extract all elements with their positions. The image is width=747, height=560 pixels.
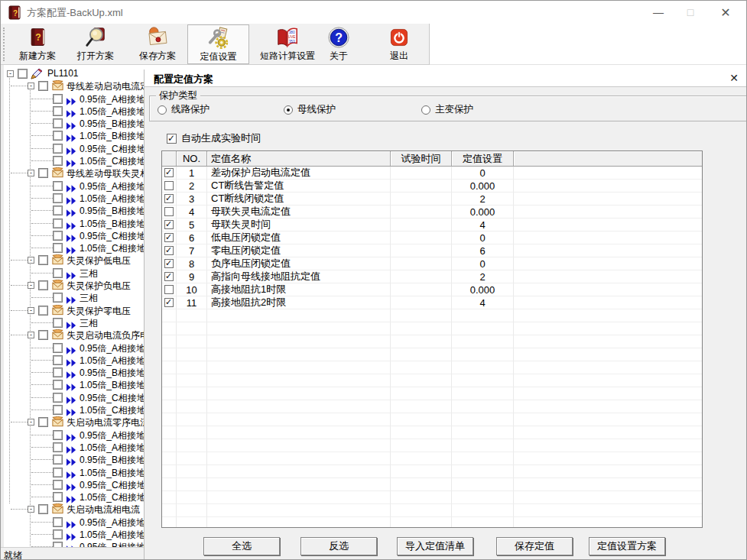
radio-icon[interactable] — [421, 105, 430, 115]
tree-node[interactable]: 1.05倍_A相接地 — [5, 105, 144, 117]
tree-checkbox[interactable] — [18, 69, 28, 79]
protection-type-radio[interactable]: 线路保护 — [158, 103, 209, 116]
row-checkbox[interactable] — [164, 220, 174, 229]
tree-node[interactable]: 1.05倍_C相接地 — [5, 154, 144, 167]
tree-checkbox[interactable] — [53, 367, 63, 377]
tree-checkbox[interactable] — [53, 405, 63, 415]
tree-checkbox[interactable] — [53, 181, 63, 191]
tree-node[interactable]: 0.95倍_C相接地 — [5, 391, 144, 403]
dialog-button-5[interactable]: 定值设置方案 — [589, 537, 665, 555]
tree-checkbox[interactable] — [38, 504, 48, 514]
tree-node[interactable]: 三相 — [5, 316, 144, 329]
tree-expander-icon[interactable]: - — [28, 282, 34, 289]
protection-type-radio[interactable]: 母线保护 — [284, 103, 336, 116]
tree-node[interactable]: - 失灵启动电流负序电 — [5, 329, 144, 341]
tree-checkbox[interactable] — [53, 480, 63, 490]
tree-checkbox[interactable] — [53, 542, 63, 547]
checkbox-box[interactable] — [167, 134, 177, 144]
tree-node[interactable]: - 母线差动母联失灵相 — [5, 167, 144, 179]
tree-node-label[interactable]: PL1101 — [47, 68, 78, 79]
tree-node[interactable]: 1.05倍_A相接地 — [5, 528, 144, 540]
radio-icon[interactable] — [158, 105, 167, 115]
tree-checkbox[interactable] — [38, 280, 48, 290]
tree-node[interactable]: 1.05倍_C相接地 — [5, 403, 144, 416]
row-checkbox[interactable] — [164, 259, 174, 268]
tree-node[interactable]: - 失灵保护低电压 — [5, 254, 144, 266]
toolbar-button-3[interactable]: 保存方案 — [129, 24, 186, 64]
header-name[interactable]: 定值名称 — [207, 151, 391, 166]
tree-node[interactable]: - 失启动电流相电流 — [5, 503, 144, 515]
table-row[interactable]: 8 负序电压闭锁定值 0 — [162, 257, 702, 270]
tree-checkbox[interactable] — [53, 517, 63, 527]
tree-node[interactable]: 0.95倍_C相接地 — [5, 478, 144, 490]
tree-expander-icon[interactable]: - — [28, 257, 34, 264]
tree-node[interactable]: 0.95倍_C相接地 — [5, 142, 144, 154]
tree-node[interactable]: 1.05倍_C相接地 — [5, 490, 144, 503]
row-checkbox[interactable] — [164, 298, 174, 307]
tree-checkbox[interactable] — [53, 94, 63, 104]
tree-node[interactable]: 0.95倍_A相接地 — [5, 342, 144, 354]
tree-checkbox[interactable] — [53, 318, 63, 328]
tree-checkbox[interactable] — [38, 417, 48, 427]
tree-node[interactable]: 1.05倍_B相接地 — [5, 217, 144, 229]
tree-node[interactable]: 1.05倍_B相接地 — [5, 378, 144, 390]
table-row[interactable]: 4 母联失灵电流定值 0.000 — [162, 206, 702, 218]
tree-node[interactable]: 0.95倍_B相接地 — [5, 117, 144, 129]
tree-checkbox[interactable] — [53, 106, 63, 116]
tree-node[interactable]: - PL1101 — [5, 67, 144, 79]
dialog-button-3[interactable]: 导入定值清单 — [397, 537, 473, 555]
dialog-button-2[interactable]: 反选 — [300, 537, 377, 555]
row-checkbox[interactable] — [164, 181, 174, 190]
tree-node[interactable]: 0.95倍_A相接地 — [5, 429, 144, 441]
tree-node[interactable]: 1.05倍_A相接地 — [5, 354, 144, 366]
tree-node[interactable]: 0.95倍_C相接地 — [5, 229, 144, 241]
tree-node[interactable]: 0.95倍_B相接地 — [5, 366, 144, 378]
toolbar-button-5[interactable]: 380UVE353 短路计算设置 — [251, 24, 324, 64]
tree-node[interactable]: 0.95倍_A相接地 — [5, 180, 144, 192]
tree-checkbox[interactable] — [53, 206, 63, 215]
tree-expander-icon[interactable]: - — [28, 83, 34, 89]
tree-checkbox[interactable] — [53, 193, 63, 203]
tree-checkbox[interactable] — [53, 156, 63, 166]
maximize-button[interactable]: □ — [674, 1, 706, 24]
table-row[interactable]: 7 零电压闭锁定值 6 — [162, 244, 702, 257]
header-time[interactable]: 试验时间 — [391, 151, 452, 166]
table-row[interactable]: 2 CT断线告警定值 0.000 — [162, 180, 702, 193]
tree-checkbox[interactable] — [53, 529, 63, 539]
radio-icon[interactable] — [284, 105, 293, 115]
tree-checkbox[interactable] — [53, 144, 63, 154]
tree-node[interactable]: - 失灵保护零电压 — [5, 304, 144, 316]
row-checkbox[interactable] — [164, 207, 174, 216]
protection-type-radio[interactable]: 主变保护 — [421, 103, 473, 116]
tree-expander-icon[interactable]: - — [7, 70, 14, 77]
tree-node[interactable]: 三相 — [5, 267, 144, 279]
tree-checkbox[interactable] — [38, 168, 48, 178]
table-row[interactable]: 11 高接地阻抗2时限 4 — [162, 296, 702, 309]
tree-checkbox[interactable] — [53, 268, 63, 278]
toolbar-gripper[interactable] — [3, 28, 5, 61]
tree-checkbox[interactable] — [53, 468, 63, 477]
auto-generate-time-checkbox[interactable]: 自动生成实验时间 — [167, 131, 261, 145]
tree-checkbox[interactable] — [53, 131, 63, 141]
tree-node[interactable]: 1.05倍_B相接地 — [5, 466, 144, 478]
row-checkbox[interactable] — [164, 272, 174, 281]
tree-checkbox[interactable] — [53, 355, 63, 365]
row-checkbox[interactable] — [164, 246, 174, 255]
tree-expander-icon[interactable]: - — [28, 170, 34, 176]
table-row[interactable]: 6 低电压闭锁定值 0 — [162, 231, 702, 244]
tree-node[interactable]: 1.05倍_B相接地 — [5, 129, 144, 141]
tree-expander-icon[interactable]: - — [28, 419, 34, 426]
tree-node[interactable]: 0.95倍_B相接地 — [5, 204, 144, 216]
toolbar-button-1[interactable]: ? 新建方案 — [10, 24, 65, 64]
tree-expander-icon[interactable]: - — [28, 332, 34, 338]
tree-checkbox[interactable] — [53, 492, 63, 502]
tree-checkbox[interactable] — [53, 231, 63, 241]
row-checkbox[interactable] — [164, 233, 174, 242]
tree-checkbox[interactable] — [53, 442, 63, 452]
tree-node[interactable]: 1.05倍_A相接地 — [5, 441, 144, 453]
header-no[interactable]: NO. — [177, 151, 207, 166]
tree-node[interactable]: 三相 — [5, 291, 144, 303]
table-row[interactable]: 1 差动保护启动电流定值 0 — [162, 167, 702, 180]
tree-checkbox[interactable] — [53, 343, 63, 353]
tree-node[interactable]: 0.95倍_A相接地 — [5, 92, 144, 105]
